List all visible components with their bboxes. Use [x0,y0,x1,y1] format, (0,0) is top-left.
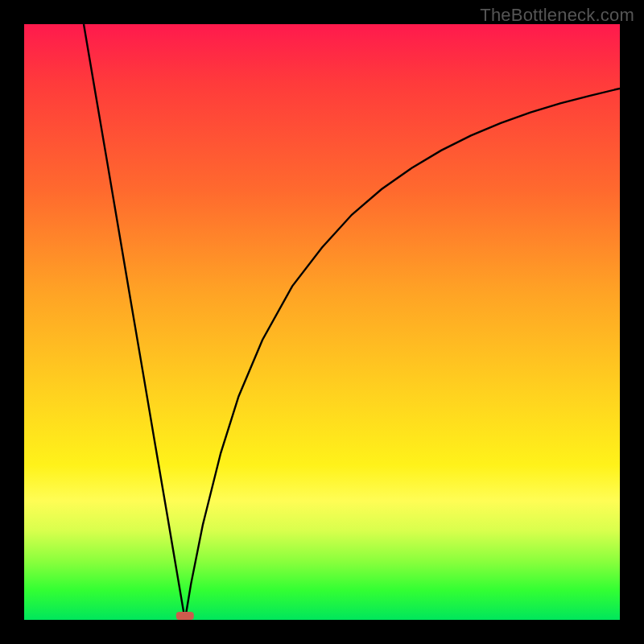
min-marker [176,612,194,620]
bottleneck-curve [24,24,620,620]
left-branch-path [84,24,185,620]
watermark-text: TheBottleneck.com [480,5,634,26]
chart-frame: TheBottleneck.com [0,0,644,644]
right-branch-path [185,89,620,620]
plot-area [24,24,620,620]
